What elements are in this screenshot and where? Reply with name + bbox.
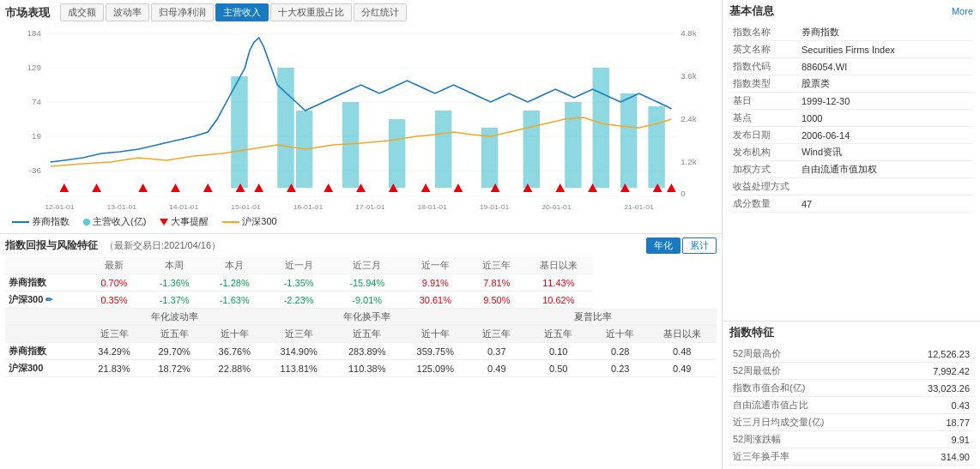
svg-rect-39: [648, 106, 664, 188]
info-row: 成分数量 47: [729, 195, 973, 213]
cell: 34.29%: [84, 343, 144, 360]
return-table: 最新 本周 本月 近一月 近三月 近一年 近三年 基日以来 券商指数 0.70%: [5, 257, 717, 377]
table-row: 券商指数 0.70% -1.36% -1.28% -1.35% -15.94% …: [5, 274, 717, 292]
info-value: [798, 178, 973, 195]
char-label: 自由流通市值占比: [729, 397, 892, 414]
char-value: 12,526.23: [892, 346, 973, 363]
svg-rect-28: [231, 76, 247, 188]
table-row: 沪深300 21.83% 18.72% 22.88% 113.81% 110.3…: [5, 360, 717, 377]
svg-text:2.4k: 2.4k: [681, 115, 697, 123]
svg-rect-29: [277, 68, 293, 188]
svg-text:20-01-01: 20-01-01: [541, 202, 572, 211]
char-label: 52周最高价: [729, 346, 892, 363]
more-link[interactable]: More: [952, 6, 973, 16]
cell: 359.75%: [402, 343, 470, 360]
sub-col-vol: 年化波动率: [84, 309, 264, 326]
svg-text:74: 74: [32, 98, 41, 106]
svg-text:12-01-01: 12-01-01: [45, 202, 75, 211]
col-header-1y: 近一年: [402, 257, 470, 274]
col-header-week: 本周: [144, 257, 204, 274]
edit-icon[interactable]: ✏: [45, 295, 52, 304]
col-header-latest: 最新: [84, 257, 144, 274]
sub-col-5y3: 近五年: [524, 326, 593, 343]
info-row: 加权方式 自由流通市值加权: [729, 161, 973, 178]
cell: 0.50: [524, 360, 593, 377]
tab-bodlv[interactable]: 波动率: [106, 3, 149, 21]
char-value: 33,023.26: [892, 380, 973, 397]
info-row: 收益处理方式: [729, 178, 973, 195]
sub-col-empty2: [5, 326, 84, 343]
svg-rect-35: [523, 111, 540, 188]
info-row: 指数名称 券商指数: [729, 24, 973, 41]
char-value: 7,992.42: [892, 363, 973, 380]
svg-text:19: 19: [32, 132, 41, 141]
svg-rect-33: [435, 111, 451, 188]
svg-marker-46: [254, 183, 263, 192]
info-value: 1000: [798, 110, 973, 127]
col-header-3m: 近三月: [333, 257, 402, 274]
info-row: 发布日期 2006-06-14: [729, 127, 973, 144]
cell: 314.90%: [264, 343, 333, 360]
cell: 7.81%: [469, 274, 523, 292]
sub-col-10y2: 近十年: [402, 326, 470, 343]
char-row: 自由流通市值占比 0.43: [729, 397, 973, 414]
sub-col-3y3: 近三年: [469, 326, 523, 343]
market-tab-group: 成交额 波动率 归母净利润 主营收入 十大权重股占比 分红统计: [60, 3, 407, 21]
tab-zhuyingshouru[interactable]: 主营收入: [215, 3, 269, 21]
svg-text:16-01-01: 16-01-01: [293, 202, 324, 211]
cell: 21.83%: [84, 360, 144, 377]
svg-text:21-01-01: 21-01-01: [624, 202, 654, 211]
cell: 11.43%: [524, 274, 593, 292]
char-label: 近三月日均成交量(亿): [729, 414, 892, 431]
info-value: 886054.WI: [798, 58, 973, 75]
svg-text:18-01-01: 18-01-01: [417, 202, 447, 211]
annualize-btn[interactable]: 年化: [646, 238, 681, 254]
char-value: 0.43: [892, 397, 973, 414]
svg-marker-44: [203, 183, 213, 192]
svg-rect-36: [565, 102, 581, 188]
sub-row-label-quanshang: 券商指数: [5, 343, 84, 360]
svg-text:13-01-01: 13-01-01: [107, 202, 137, 211]
svg-text:14-01-01: 14-01-01: [169, 202, 199, 211]
info-row: 基日 1999-12-30: [729, 93, 973, 110]
basic-info-title: 基本信息: [729, 3, 774, 19]
info-label: 加权方式: [729, 161, 798, 178]
col-header-since: 基日以来: [524, 257, 593, 274]
cell: 22.88%: [204, 360, 264, 377]
char-value: 314.90: [892, 448, 973, 466]
info-label: 英文名称: [729, 41, 798, 58]
cell: -1.36%: [144, 274, 204, 292]
info-value: 2006-06-14: [798, 127, 973, 144]
table-row: 券商指数 34.29% 29.70% 36.76% 314.90% 283.89…: [5, 343, 717, 360]
svg-text:17-01-01: 17-01-01: [355, 202, 385, 211]
tab-chengjiaoe[interactable]: 成交额: [60, 3, 104, 21]
sub-col-3y2: 近三年: [264, 326, 333, 343]
tab-fenhong[interactable]: 分红统计: [354, 3, 407, 21]
svg-text:3.6k: 3.6k: [681, 72, 697, 81]
sub-col-5y1: 近五年: [144, 326, 204, 343]
sub-col-sharpe: 夏普比率: [469, 309, 717, 326]
table-row: 沪深300 ✏ 0.35% -1.37% -1.63% -2.23% -9.01…: [5, 292, 717, 309]
col-header-3y: 近三年: [469, 257, 523, 274]
cell: 9.50%: [469, 292, 523, 309]
svg-rect-38: [620, 93, 637, 188]
info-label: 基点: [729, 110, 798, 127]
svg-text:129: 129: [27, 63, 41, 72]
cumulative-btn[interactable]: 累计: [682, 238, 717, 254]
cell: -2.23%: [264, 292, 333, 309]
svg-marker-51: [421, 183, 431, 192]
info-label: 收益处理方式: [729, 178, 798, 195]
cell: 9.91%: [402, 274, 470, 292]
sub-header-row2: 近三年 近五年 近十年 近三年 近五年 近十年 近三年 近五年 近十年 基日以来: [5, 326, 717, 343]
cell: -1.63%: [204, 292, 264, 309]
sub-col-10y3: 近十年: [593, 326, 647, 343]
tab-shidazhonggu[interactable]: 十大权重股占比: [270, 3, 352, 21]
char-label: 指数市值合和(亿): [729, 380, 892, 397]
char-title: 指数特征: [729, 325, 973, 340]
cell: -1.35%: [264, 274, 333, 292]
return-title: 指数回报与风险特征: [5, 238, 98, 253]
cell: 113.81%: [264, 360, 333, 377]
svg-marker-48: [324, 183, 333, 192]
tab-guimu[interactable]: 归母净利润: [151, 3, 214, 21]
info-value: 自由流通市值加权: [798, 161, 973, 178]
